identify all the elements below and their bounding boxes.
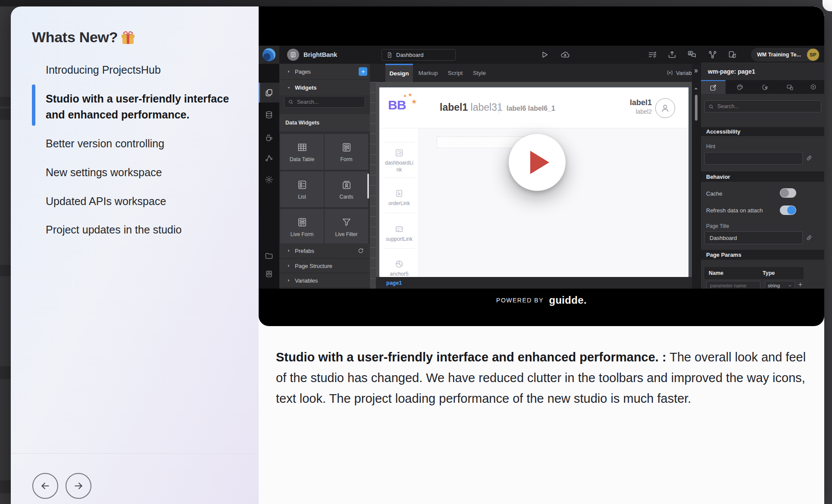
widget-tile-data-table: Data Table	[280, 134, 324, 170]
live-form-icon	[297, 217, 308, 228]
studio-topbar: BrightBank Dashboard	[259, 46, 824, 64]
page-structure-row: Page Structure	[279, 259, 370, 273]
header-divider	[499, 101, 499, 114]
cards-icon	[341, 179, 352, 190]
backdrop-band	[0, 366, 11, 379]
col-type: Type	[763, 270, 775, 276]
widgets-section-row: Widgets	[279, 80, 370, 96]
backdrop-band	[0, 480, 11, 493]
whats-new-item-project-updates[interactable]: Project updates in the studio	[46, 224, 181, 235]
variables-label: Variables	[295, 277, 318, 284]
search-icon	[708, 104, 714, 109]
folder-icon	[259, 249, 279, 263]
tab-devices-icon	[778, 80, 802, 94]
pages-section-label: Pages	[295, 68, 311, 75]
pages-icon	[259, 85, 279, 100]
whats-new-item-settings[interactable]: New settings workspace	[46, 167, 162, 178]
param-name-field	[709, 283, 757, 289]
tab-script: Script	[443, 64, 467, 82]
backdrop-left-strip	[0, 6, 11, 504]
account-pill: WM Training Te... SP	[751, 48, 820, 62]
whats-new-sidebar: Whats New? Introducing ProjectsHub Studi…	[11, 6, 259, 504]
account-name: WM Training Te...	[757, 52, 801, 58]
tab-markup: Markup	[415, 64, 441, 82]
design-canvas: BB ★ ★ ★ label1 label31 label6 label6_1	[370, 82, 692, 289]
properties-search-box	[704, 100, 821, 112]
shield-pin-icon	[810, 84, 817, 91]
page-title-input	[704, 231, 803, 244]
studio-icon-rail	[259, 64, 279, 289]
add-param-icon	[798, 282, 803, 287]
page-title: Whats New?	[32, 29, 135, 46]
col-name: Name	[709, 270, 763, 276]
page-params-section: Page Params	[701, 250, 824, 260]
canvas-scrollbar-thumb	[695, 95, 698, 121]
refresh-icon	[358, 248, 364, 254]
page-title-label: Page Title	[706, 223, 729, 229]
database-icon	[259, 108, 279, 122]
video-player[interactable]: BrightBank Dashboard	[259, 6, 824, 326]
bb-logo: BB	[388, 98, 406, 112]
widget-tiles: Data Table Form List	[280, 134, 369, 243]
page-tab-dashboard: Dashboard	[382, 49, 456, 61]
screen: Whats New? Introducing ProjectsHub Studi…	[0, 0, 832, 504]
star-icon: ★	[408, 92, 413, 98]
page-structure-label: Page Structure	[295, 263, 332, 269]
footer-divider	[11, 453, 259, 454]
preview-play-icon	[540, 50, 549, 59]
whats-new-item-studio[interactable]: Studio with a user-friendly interface an…	[46, 91, 229, 123]
share-branch-icon	[708, 50, 717, 59]
bind-link-icon	[806, 155, 813, 162]
search-icon	[288, 99, 294, 105]
header-label31: label31	[471, 102, 503, 113]
properties-title: wm-page: page1	[701, 62, 824, 80]
whats-new-item-projectshub[interactable]: Introducing ProjectsHub	[46, 64, 161, 75]
accessibility-section: Accessibility	[701, 127, 824, 136]
expand-panel-icon	[693, 68, 699, 74]
nav-item-orderlink: orderLink	[379, 189, 419, 207]
page-tab-label: Dashboard	[396, 52, 424, 58]
next-button[interactable]	[66, 473, 91, 499]
wavemaker-logo	[259, 46, 279, 64]
page-tab-strip: page1	[376, 277, 692, 289]
support-card-icon	[394, 224, 404, 234]
canvas-ruler	[370, 82, 376, 289]
pages-section-row: Pages	[279, 64, 370, 80]
devices-icon	[786, 84, 794, 91]
document-icon	[386, 52, 393, 58]
page-title-text: Whats New?	[32, 29, 118, 46]
user-avatar: SP	[807, 49, 819, 61]
video-play-button[interactable]	[509, 134, 566, 191]
panel-scrollbar	[367, 174, 369, 199]
properties-search-input	[716, 103, 817, 110]
header-right-label1: label1	[604, 98, 652, 107]
previous-button[interactable]	[32, 473, 58, 499]
orchestration-icon	[259, 151, 279, 165]
gift-icon	[121, 31, 135, 44]
publish-cloud-icon	[560, 50, 570, 59]
whats-new-dialog: Whats New? Introducing ProjectsHub Studi…	[11, 6, 824, 504]
whats-new-item-version-control[interactable]: Better version controlling	[46, 138, 164, 149]
page1-tab: page1	[386, 280, 402, 286]
tab-events-icon	[753, 80, 777, 94]
feature-description: Studio with a user-friendly interface an…	[276, 347, 813, 409]
hint-input	[704, 152, 803, 165]
file-sync-icon	[728, 50, 737, 59]
whats-new-item-apis[interactable]: Updated APIs workspace	[46, 196, 166, 207]
list-icon	[297, 179, 308, 190]
widget-tile-live-form: Live Form	[280, 209, 324, 243]
nav-item-anchor5: anchor5	[379, 259, 419, 277]
dashboard-chart-icon	[394, 148, 404, 158]
backdrop-right-strip	[824, 6, 832, 504]
nav-item-supportlink: supportLink	[379, 224, 419, 243]
widget-search-input	[296, 99, 361, 106]
properties-panel: wm-page: page1	[701, 62, 824, 289]
refresh-data-label: Refresh data on attach	[706, 207, 763, 214]
palette-icon	[736, 84, 744, 91]
widget-tile-list: List	[280, 171, 324, 207]
guidde-logo: guidde.	[549, 294, 586, 306]
widgets-panel: Pages Widgets	[279, 64, 370, 289]
page-header: BB ★ ★ ★ label1 label31 label6 label6_1	[379, 87, 688, 128]
data-table-icon	[297, 142, 308, 153]
widget-tile-form: Form	[325, 134, 368, 170]
